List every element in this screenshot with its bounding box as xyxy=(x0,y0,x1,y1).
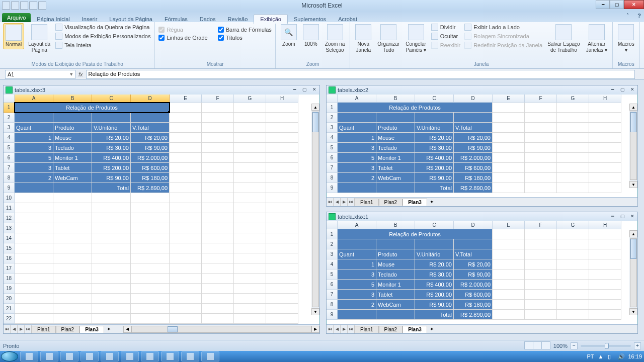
cell[interactable] xyxy=(525,153,557,163)
cell[interactable] xyxy=(202,133,234,143)
zoom-100-button[interactable]: 100% xyxy=(301,23,321,48)
cell[interactable] xyxy=(493,183,525,193)
cell[interactable] xyxy=(266,253,298,263)
cell[interactable] xyxy=(557,163,589,173)
sheet-tab[interactable]: Plan3 xyxy=(403,199,427,206)
language-indicator[interactable]: PT xyxy=(587,353,594,359)
row-header[interactable]: 8 xyxy=(327,300,338,310)
cell[interactable] xyxy=(493,249,525,259)
row-header[interactable]: 14 xyxy=(4,233,15,243)
row-header[interactable]: 1 xyxy=(327,229,338,239)
zoom-in-button[interactable]: + xyxy=(634,342,641,349)
cell[interactable] xyxy=(15,223,53,233)
zoom-out-button[interactable]: − xyxy=(571,342,578,349)
cell[interactable]: Relação de Produtos xyxy=(338,229,493,239)
tray-icon[interactable]: ▲ xyxy=(598,353,604,359)
cell[interactable] xyxy=(131,253,170,263)
cell[interactable] xyxy=(589,310,621,320)
cell[interactable]: R$ 600,00 xyxy=(131,163,170,173)
taskbar-app[interactable] xyxy=(101,351,119,361)
sheet-nav-button[interactable]: ▶ xyxy=(341,325,348,333)
cell[interactable] xyxy=(170,274,202,284)
cell[interactable] xyxy=(234,163,266,173)
cell[interactable] xyxy=(131,284,170,294)
cell[interactable] xyxy=(15,314,53,324)
cell[interactable] xyxy=(557,300,589,310)
cell[interactable] xyxy=(53,294,92,304)
horizontal-scrollbar[interactable]: ◀▶ xyxy=(123,326,319,333)
column-header[interactable]: B xyxy=(376,221,415,229)
cell[interactable] xyxy=(92,314,131,324)
cell[interactable] xyxy=(15,193,53,203)
column-header[interactable]: G xyxy=(557,221,589,229)
cell[interactable] xyxy=(266,183,298,193)
custom-views-button[interactable]: Modos de Exibição Personalizados xyxy=(54,32,151,40)
cell[interactable] xyxy=(202,123,234,133)
cell[interactable]: R$ 2.000,00 xyxy=(131,153,170,163)
workbook-window-3[interactable]: tabela.xlsx:3━▢✕ABCDEFGH1Relação de Prod… xyxy=(3,85,320,334)
cell[interactable]: R$ 20,00 xyxy=(131,133,170,143)
cell[interactable] xyxy=(15,304,53,314)
cell[interactable] xyxy=(53,314,92,324)
child-maximize-button[interactable]: ▢ xyxy=(618,86,626,93)
cell[interactable] xyxy=(525,143,557,153)
new-window-button[interactable]: Nova Janela xyxy=(353,23,373,54)
zoom-button[interactable]: 🔍Zoom xyxy=(279,23,299,48)
cell[interactable] xyxy=(131,243,170,253)
cell[interactable] xyxy=(131,294,170,304)
cell[interactable] xyxy=(170,173,202,183)
row-header[interactable]: 21 xyxy=(4,304,15,314)
cell[interactable]: Produto xyxy=(53,123,92,133)
cell[interactable] xyxy=(15,233,53,243)
cell[interactable] xyxy=(170,253,202,263)
cell[interactable] xyxy=(170,304,202,314)
row-header[interactable]: 5 xyxy=(327,143,338,153)
column-header[interactable]: B xyxy=(53,95,92,103)
child-window-titlebar[interactable]: tabela.xlsx:1━▢✕ xyxy=(327,212,637,221)
cell[interactable] xyxy=(266,243,298,253)
cell[interactable] xyxy=(202,183,234,193)
cell[interactable]: 2 xyxy=(338,300,376,310)
help-icon[interactable]: ? xyxy=(637,13,641,19)
ribbon-tab-dados[interactable]: Dados xyxy=(194,15,222,24)
cell[interactable] xyxy=(53,113,92,123)
cell[interactable] xyxy=(589,183,621,193)
cell[interactable] xyxy=(92,284,131,294)
cell[interactable] xyxy=(266,263,298,274)
cell[interactable]: R$ 30,00 xyxy=(415,143,454,153)
cell[interactable] xyxy=(557,103,589,113)
cell[interactable] xyxy=(15,113,53,123)
cell[interactable] xyxy=(170,143,202,153)
cell[interactable] xyxy=(92,243,131,253)
sheet-nav-button[interactable]: ⏭ xyxy=(348,198,355,206)
cell[interactable]: R$ 90,00 xyxy=(454,269,493,280)
cell[interactable] xyxy=(557,239,589,249)
cell[interactable] xyxy=(415,239,454,249)
row-header[interactable]: 3 xyxy=(4,123,15,133)
cell[interactable] xyxy=(202,103,234,113)
row-header[interactable]: 20 xyxy=(4,294,15,304)
cell[interactable] xyxy=(557,133,589,143)
cell[interactable] xyxy=(234,294,266,304)
cell[interactable]: 5 xyxy=(338,280,376,290)
cell[interactable] xyxy=(376,113,415,123)
cell[interactable] xyxy=(202,304,234,314)
cell[interactable] xyxy=(170,294,202,304)
child-close-button[interactable]: ✕ xyxy=(310,86,318,93)
cell[interactable]: V.Unitário xyxy=(415,123,454,133)
cell[interactable] xyxy=(53,243,92,253)
cell[interactable] xyxy=(557,183,589,193)
cell[interactable] xyxy=(557,123,589,133)
cell[interactable] xyxy=(53,253,92,263)
cell[interactable] xyxy=(493,290,525,300)
sheet-nav-button[interactable]: ▶ xyxy=(341,198,348,206)
column-header[interactable]: A xyxy=(338,95,376,103)
cell[interactable] xyxy=(202,284,234,294)
row-header[interactable]: 3 xyxy=(327,123,338,133)
cell[interactable]: Produto xyxy=(376,249,415,259)
cell[interactable]: Teclado xyxy=(376,269,415,280)
cell[interactable] xyxy=(92,253,131,263)
cell[interactable] xyxy=(493,269,525,280)
cell[interactable] xyxy=(493,173,525,183)
taskbar-app[interactable] xyxy=(80,351,99,361)
